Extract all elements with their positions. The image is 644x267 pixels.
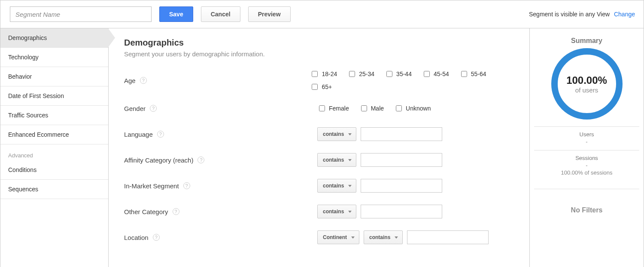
chevron-down-icon <box>348 211 352 213</box>
main-panel: Demographics Segment your users by demog… <box>109 28 530 267</box>
help-icon[interactable]: ? <box>153 234 160 241</box>
chevron-down-icon <box>348 185 352 187</box>
segment-builder: Save Cancel Preview Segment is visible i… <box>0 0 644 267</box>
row-language: Language ? contains <box>124 126 516 143</box>
help-icon[interactable]: ? <box>140 77 147 84</box>
checkbox-gender-unknown[interactable]: Unknown <box>394 104 431 113</box>
chevron-down-icon <box>348 133 352 135</box>
row-affinity: Affinity Category (reach) ? contains <box>124 151 516 169</box>
inmarket-value-input[interactable] <box>361 179 442 193</box>
summary-sessions: Sessions - 100.00% of sessions <box>534 150 639 181</box>
checkbox-gender-female[interactable]: Female <box>317 104 349 113</box>
sidebar-item-enhanced-ecommerce[interactable]: Enhanced Ecommerce <box>0 125 108 144</box>
language-operator-dropdown[interactable]: contains <box>317 127 356 141</box>
label-inmarket: In-Market Segment <box>124 182 179 190</box>
body: Demographics Technology Behavior Date of… <box>0 28 644 267</box>
sidebar-item-conditions[interactable]: Conditions <box>0 160 108 180</box>
label-location: Location <box>124 234 149 241</box>
change-visibility-link[interactable]: Change <box>614 11 635 18</box>
checkbox-gender-male[interactable]: Male <box>359 104 384 113</box>
visibility-text: Segment is visible in any View Change <box>529 11 635 18</box>
summary-sessions-of: 100.00% of sessions <box>534 169 639 176</box>
sidebar-item-traffic-sources[interactable]: Traffic Sources <box>0 106 108 125</box>
sidebar-item-sequences[interactable]: Sequences <box>0 180 108 199</box>
sidebar-item-behavior[interactable]: Behavior <box>0 67 108 86</box>
summary-title: Summary <box>534 37 639 45</box>
summary-users: Users - <box>534 126 639 150</box>
row-gender: Gender ? Female Male Unknown <box>124 100 516 117</box>
sidebar-item-demographics[interactable]: Demographics <box>0 28 108 48</box>
label-gender: Gender <box>124 105 146 112</box>
othercat-value-input[interactable] <box>361 205 442 218</box>
help-icon[interactable]: ? <box>173 208 179 215</box>
affinity-operator-dropdown[interactable]: contains <box>317 153 356 167</box>
summary-percent: 100.00% <box>566 74 607 86</box>
row-location: Location ? Continent contains <box>124 229 516 246</box>
summary-sessions-value: - <box>534 162 639 169</box>
label-language: Language <box>124 131 153 138</box>
page-subtitle: Segment your users by demographic inform… <box>124 50 516 58</box>
checkbox-age-45-54[interactable]: 45-54 <box>422 70 449 78</box>
summary-of-users: of users <box>575 86 598 94</box>
chevron-down-icon <box>348 159 352 161</box>
affinity-value-input[interactable] <box>361 153 442 167</box>
label-age: Age <box>124 77 136 84</box>
checkbox-age-65plus[interactable]: 65+ <box>310 83 332 91</box>
segment-name-input[interactable] <box>10 6 152 22</box>
chevron-down-icon <box>395 236 398 239</box>
sidebar-group-advanced: Advanced <box>0 144 108 160</box>
location-value-input[interactable] <box>407 230 489 244</box>
help-icon[interactable]: ? <box>197 157 204 163</box>
summary-no-filters: No Filters <box>534 189 639 223</box>
row-inmarket: In-Market Segment ? contains <box>124 177 516 194</box>
preview-button[interactable]: Preview <box>248 6 291 22</box>
location-operator-dropdown[interactable]: contains <box>364 230 403 244</box>
help-icon[interactable]: ? <box>150 105 157 112</box>
checkbox-age-18-24[interactable]: 18-24 <box>310 70 337 78</box>
sidebar-item-date-first-session[interactable]: Date of First Session <box>0 86 108 106</box>
summary-donut: 100.00% of users <box>551 48 623 120</box>
sidebar-item-technology[interactable]: Technology <box>0 48 108 67</box>
summary-panel: Summary 100.00% of users Users - Session… <box>530 28 644 267</box>
page-title: Demographics <box>124 38 516 48</box>
label-othercat: Other Category <box>124 208 168 215</box>
age-options: 18-24 25-34 35-44 45-54 55-64 65+ <box>310 70 516 91</box>
save-button[interactable]: Save <box>159 6 193 22</box>
topbar: Save Cancel Preview Segment is visible i… <box>0 0 644 28</box>
gender-options: Female Male Unknown <box>317 104 437 113</box>
checkbox-age-25-34[interactable]: 25-34 <box>347 70 374 78</box>
chevron-down-icon <box>351 236 355 239</box>
checkbox-age-35-44[interactable]: 35-44 <box>385 70 412 78</box>
help-icon[interactable]: ? <box>157 131 164 138</box>
row-othercat: Other Category ? contains <box>124 203 516 220</box>
sidebar: Demographics Technology Behavior Date of… <box>0 28 109 267</box>
checkbox-age-55-64[interactable]: 55-64 <box>459 70 486 78</box>
help-icon[interactable]: ? <box>183 182 190 189</box>
summary-users-value: - <box>534 138 639 145</box>
row-age: Age ? 18-24 25-34 35-44 45-54 55-64 65+ <box>124 70 516 91</box>
cancel-button[interactable]: Cancel <box>201 6 240 22</box>
language-value-input[interactable] <box>361 127 442 141</box>
summary-users-label: Users <box>534 131 639 138</box>
location-scope-dropdown[interactable]: Continent <box>317 230 359 244</box>
visibility-label: Segment is visible in any View <box>529 11 610 18</box>
summary-sessions-label: Sessions <box>534 155 639 161</box>
label-affinity: Affinity Category (reach) <box>124 157 193 164</box>
othercat-operator-dropdown[interactable]: contains <box>317 205 356 218</box>
inmarket-operator-dropdown[interactable]: contains <box>317 179 356 193</box>
